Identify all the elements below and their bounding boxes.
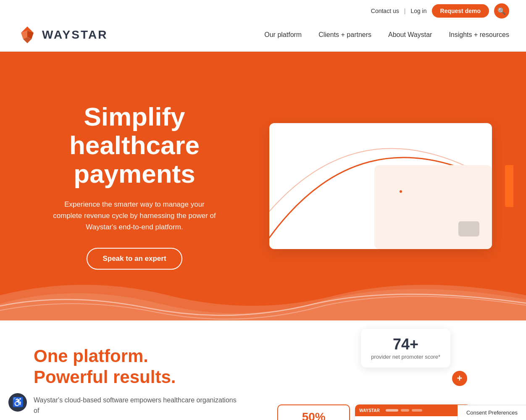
- accessibility-icon: ♿: [12, 397, 24, 408]
- contact-us-link[interactable]: Contact us: [371, 8, 399, 14]
- speak-to-expert-button[interactable]: Speak to an expert: [87, 248, 182, 270]
- section-two-title: One platform. Powerful results.: [34, 346, 244, 388]
- navbar-main: WAYSTAR Our platform Clients + partners …: [17, 20, 509, 51]
- section-two-description: Waystar's cloud-based software empowers …: [34, 395, 244, 416]
- hero-right-accent: [505, 165, 513, 207]
- stat-card: 74+ provider net promoter score*: [361, 329, 450, 368]
- section-two-content: One platform. Powerful results. Waystar'…: [34, 346, 244, 416]
- dashboard-area: 50% of U.S. patient population WAYSTAR E…: [277, 404, 471, 420]
- dashboard-header: WAYSTAR: [355, 404, 471, 416]
- section-two: One platform. Powerful results. Waystar'…: [0, 320, 526, 420]
- stat-label: provider net promoter score*: [371, 353, 440, 361]
- hero-card-inner: [374, 165, 492, 249]
- dashboard-nav-dots: [386, 409, 422, 412]
- navbar: Contact us | Log in Request demo 🔍 WAYST…: [0, 0, 526, 52]
- logo-text: WAYSTAR: [42, 28, 108, 42]
- hero-subtitle: Experience the smarter way to manage you…: [50, 199, 218, 233]
- nav-link-about[interactable]: About Waystar: [388, 31, 432, 38]
- hero-section: Simplify healthcare payments Experience …: [0, 52, 526, 320]
- nav-divider: |: [404, 8, 406, 14]
- search-button[interactable]: 🔍: [494, 3, 509, 18]
- accessibility-button[interactable]: ♿: [8, 393, 27, 412]
- nav-links: Our platform Clients + partners About Wa…: [264, 31, 509, 39]
- hero-content: Simplify healthcare payments Experience …: [34, 102, 235, 270]
- hero-product-card: [269, 123, 492, 249]
- login-link[interactable]: Log in: [410, 8, 426, 14]
- small-stat-card: 50% of U.S. patient population: [277, 404, 350, 420]
- dashboard-body: Executive Dashboard 4.82% Denial Rate 32…: [355, 416, 471, 420]
- section-two-title-line2: Powerful results.: [34, 367, 176, 387]
- waystar-logo-icon: [17, 24, 38, 45]
- nav-link-insights[interactable]: Insights + resources: [449, 31, 509, 38]
- logo[interactable]: WAYSTAR: [17, 24, 108, 45]
- stat-number: 74+: [371, 336, 440, 353]
- hero-image-area: [252, 123, 509, 249]
- plus-button[interactable]: +: [452, 371, 467, 386]
- nav-link-clients[interactable]: Clients + partners: [318, 31, 371, 38]
- request-demo-button[interactable]: Request demo: [432, 4, 489, 18]
- section-two-title-line1: One platform.: [34, 346, 148, 366]
- navbar-top: Contact us | Log in Request demo 🔍: [17, 0, 509, 20]
- hero-title: Simplify healthcare payments: [34, 102, 235, 189]
- search-icon: 🔍: [497, 7, 506, 15]
- hero-card-graphic: [458, 221, 479, 236]
- dashboard-logo: WAYSTAR: [359, 408, 379, 413]
- consent-preferences-bar[interactable]: Consent Preferences: [458, 405, 526, 420]
- dashboard-mockup: WAYSTAR Executive Dashboard 4.82% Denial…: [355, 404, 471, 420]
- small-stat-number: 50%: [285, 410, 342, 420]
- nav-link-platform[interactable]: Our platform: [264, 31, 302, 38]
- hero-card-dot: [400, 190, 402, 193]
- hero-wave-decoration: [0, 270, 526, 320]
